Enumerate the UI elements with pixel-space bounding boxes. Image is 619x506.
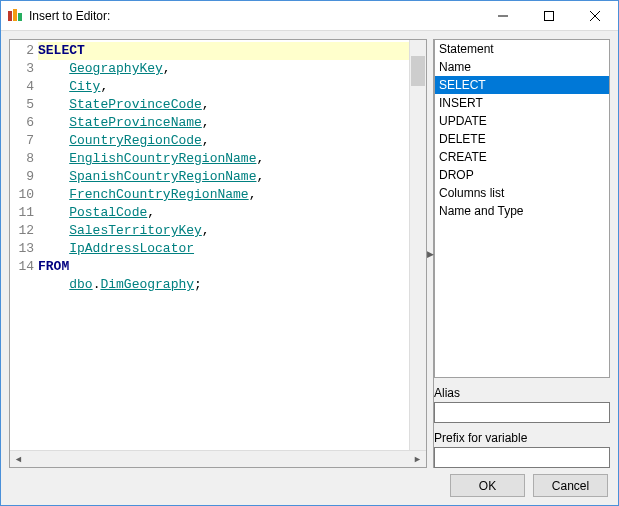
editor-vertical-scrollbar[interactable]: [409, 40, 426, 450]
scroll-right-icon[interactable]: ►: [409, 451, 426, 468]
splitter-handle[interactable]: ▶: [426, 39, 434, 468]
code-line[interactable]: CountryRegionCode,: [38, 132, 409, 150]
minimize-button[interactable]: [480, 1, 526, 31]
code-line[interactable]: −SELECT: [38, 42, 409, 60]
code-line[interactable]: City,: [38, 78, 409, 96]
statement-list-item[interactable]: Name and Type: [435, 202, 609, 220]
code-line[interactable]: SalesTerritoryKey,: [38, 222, 409, 240]
statement-list-item[interactable]: Columns list: [435, 184, 609, 202]
code-line[interactable]: IpAddressLocator: [38, 240, 409, 258]
svg-rect-0: [8, 11, 12, 21]
code-line[interactable]: dbo.DimGeography;: [38, 276, 409, 294]
code-line[interactable]: PostalCode,: [38, 204, 409, 222]
prefix-field-group: Prefix for variable: [434, 431, 610, 468]
statement-list-item[interactable]: Name: [435, 58, 609, 76]
code-area[interactable]: −SELECT GeographyKey, City, StateProvinc…: [38, 40, 409, 450]
window-controls: [480, 1, 618, 31]
statement-list-item[interactable]: INSERT: [435, 94, 609, 112]
code-line[interactable]: StateProvinceName,: [38, 114, 409, 132]
scroll-left-icon[interactable]: ◄: [10, 451, 27, 468]
statement-list-item[interactable]: SELECT: [435, 76, 609, 94]
prefix-input[interactable]: [434, 447, 610, 468]
editor-horizontal-scrollbar[interactable]: ◄ ►: [10, 450, 426, 467]
code-line[interactable]: FrenchCountryRegionName,: [38, 186, 409, 204]
right-column: StatementNameSELECTINSERTUPDATEDELETECRE…: [434, 39, 610, 468]
dialog-window: Insert to Editor: 234567891011121314 −SE…: [0, 0, 619, 506]
code-line[interactable]: StateProvinceCode,: [38, 96, 409, 114]
prefix-label: Prefix for variable: [434, 431, 610, 445]
app-icon: [7, 8, 23, 24]
maximize-button[interactable]: [526, 1, 572, 31]
titlebar[interactable]: Insert to Editor:: [1, 1, 618, 31]
code-line[interactable]: FROM: [38, 258, 409, 276]
scrollbar-thumb[interactable]: [411, 56, 425, 86]
svg-rect-4: [545, 11, 554, 20]
dialog-content: 234567891011121314 −SELECT GeographyKey,…: [1, 31, 618, 505]
main-row: 234567891011121314 −SELECT GeographyKey,…: [9, 39, 610, 468]
statement-list-item[interactable]: DELETE: [435, 130, 609, 148]
close-button[interactable]: [572, 1, 618, 31]
statement-list-item[interactable]: UPDATE: [435, 112, 609, 130]
code-line[interactable]: EnglishCountryRegionName,: [38, 150, 409, 168]
splitter-grip-icon: ▶: [427, 249, 434, 259]
ok-button[interactable]: OK: [450, 474, 525, 497]
svg-rect-2: [18, 13, 22, 21]
code-line[interactable]: GeographyKey,: [38, 60, 409, 78]
statement-list-item[interactable]: CREATE: [435, 148, 609, 166]
line-gutter: 234567891011121314: [10, 40, 38, 450]
button-row: OK Cancel: [9, 474, 610, 497]
statement-listbox[interactable]: StatementNameSELECTINSERTUPDATEDELETECRE…: [434, 39, 610, 378]
statement-list-item[interactable]: Statement: [435, 40, 609, 58]
cancel-button[interactable]: Cancel: [533, 474, 608, 497]
statement-list-item[interactable]: DROP: [435, 166, 609, 184]
alias-field-group: Alias: [434, 386, 610, 423]
code-editor[interactable]: 234567891011121314 −SELECT GeographyKey,…: [9, 39, 426, 468]
alias-input[interactable]: [434, 402, 610, 423]
window-title: Insert to Editor:: [29, 9, 480, 23]
alias-label: Alias: [434, 386, 610, 400]
code-line[interactable]: SpanishCountryRegionName,: [38, 168, 409, 186]
svg-rect-1: [13, 9, 17, 21]
